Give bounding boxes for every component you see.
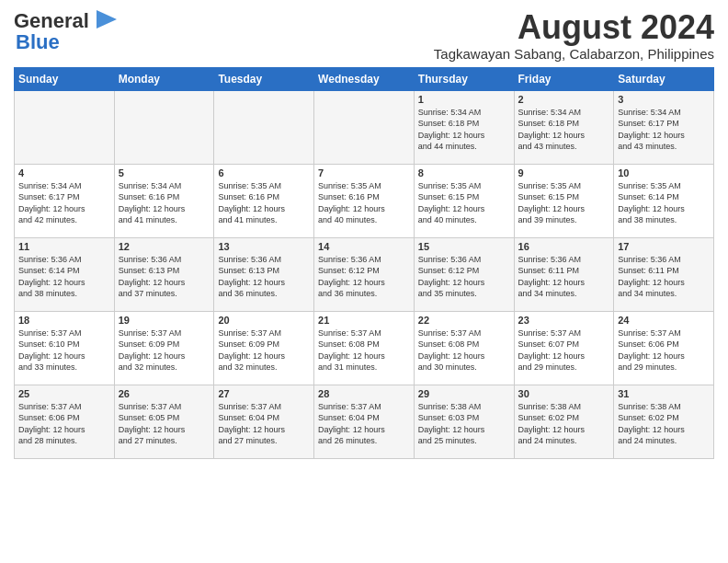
day-number: 3 bbox=[618, 94, 710, 105]
logo: General Blue bbox=[14, 9, 117, 54]
day-info: Sunrise: 5:37 AM Sunset: 6:09 PM Dayligh… bbox=[119, 327, 210, 373]
day-info: Sunrise: 5:35 AM Sunset: 6:15 PM Dayligh… bbox=[418, 180, 510, 226]
calendar-cell: 22Sunrise: 5:37 AM Sunset: 6:08 PM Dayli… bbox=[414, 311, 514, 385]
day-number: 24 bbox=[618, 315, 710, 326]
calendar-cell: 28Sunrise: 5:37 AM Sunset: 6:04 PM Dayli… bbox=[314, 385, 415, 458]
day-info: Sunrise: 5:37 AM Sunset: 6:06 PM Dayligh… bbox=[618, 327, 710, 373]
svg-marker-0 bbox=[97, 10, 117, 29]
day-info: Sunrise: 5:36 AM Sunset: 6:12 PM Dayligh… bbox=[418, 254, 510, 300]
calendar-cell bbox=[114, 90, 214, 164]
day-number: 31 bbox=[618, 388, 710, 399]
weekday-header-thursday: Thursday bbox=[414, 67, 514, 90]
week-row-1: 1Sunrise: 5:34 AM Sunset: 6:18 PM Daylig… bbox=[15, 90, 714, 164]
weekday-header-sunday: Sunday bbox=[15, 67, 115, 90]
logo-blue: Blue bbox=[14, 30, 60, 54]
calendar-cell: 18Sunrise: 5:37 AM Sunset: 6:10 PM Dayli… bbox=[15, 311, 115, 385]
day-number: 7 bbox=[318, 167, 410, 178]
day-number: 26 bbox=[119, 388, 210, 399]
day-info: Sunrise: 5:34 AM Sunset: 6:16 PM Dayligh… bbox=[119, 180, 210, 226]
calendar-cell: 20Sunrise: 5:37 AM Sunset: 6:09 PM Dayli… bbox=[214, 311, 314, 385]
day-info: Sunrise: 5:37 AM Sunset: 6:08 PM Dayligh… bbox=[318, 327, 410, 373]
day-info: Sunrise: 5:35 AM Sunset: 6:16 PM Dayligh… bbox=[318, 180, 410, 226]
day-info: Sunrise: 5:38 AM Sunset: 6:02 PM Dayligh… bbox=[618, 401, 710, 447]
calendar-cell: 25Sunrise: 5:37 AM Sunset: 6:06 PM Dayli… bbox=[15, 385, 115, 458]
day-number: 30 bbox=[518, 388, 610, 399]
calendar-cell: 7Sunrise: 5:35 AM Sunset: 6:16 PM Daylig… bbox=[314, 164, 415, 237]
calendar-cell: 5Sunrise: 5:34 AM Sunset: 6:16 PM Daylig… bbox=[114, 164, 214, 237]
day-info: Sunrise: 5:37 AM Sunset: 6:09 PM Dayligh… bbox=[218, 327, 310, 373]
day-number: 22 bbox=[418, 315, 510, 326]
day-info: Sunrise: 5:36 AM Sunset: 6:14 PM Dayligh… bbox=[18, 254, 110, 300]
title-block: August 2024 Tagkawayan Sabang, Calabarzo… bbox=[434, 9, 714, 62]
weekday-header-monday: Monday bbox=[114, 67, 214, 90]
weekday-header-row: SundayMondayTuesdayWednesdayThursdayFrid… bbox=[15, 67, 714, 90]
day-info: Sunrise: 5:35 AM Sunset: 6:16 PM Dayligh… bbox=[218, 180, 310, 226]
day-number: 28 bbox=[318, 388, 410, 399]
day-info: Sunrise: 5:38 AM Sunset: 6:02 PM Dayligh… bbox=[518, 401, 610, 447]
calendar-cell: 16Sunrise: 5:36 AM Sunset: 6:11 PM Dayli… bbox=[514, 237, 614, 311]
calendar-cell: 17Sunrise: 5:36 AM Sunset: 6:11 PM Dayli… bbox=[614, 237, 714, 311]
day-info: Sunrise: 5:36 AM Sunset: 6:13 PM Dayligh… bbox=[218, 254, 310, 300]
weekday-header-tuesday: Tuesday bbox=[214, 67, 314, 90]
calendar-cell: 4Sunrise: 5:34 AM Sunset: 6:17 PM Daylig… bbox=[15, 164, 115, 237]
day-number: 1 bbox=[418, 94, 510, 105]
calendar-cell: 6Sunrise: 5:35 AM Sunset: 6:16 PM Daylig… bbox=[214, 164, 314, 237]
day-info: Sunrise: 5:37 AM Sunset: 6:06 PM Dayligh… bbox=[18, 401, 110, 447]
day-info: Sunrise: 5:34 AM Sunset: 6:18 PM Dayligh… bbox=[418, 107, 510, 153]
calendar-cell bbox=[214, 90, 314, 164]
day-info: Sunrise: 5:36 AM Sunset: 6:11 PM Dayligh… bbox=[518, 254, 610, 300]
calendar-cell: 23Sunrise: 5:37 AM Sunset: 6:07 PM Dayli… bbox=[514, 311, 614, 385]
day-info: Sunrise: 5:37 AM Sunset: 6:04 PM Dayligh… bbox=[318, 401, 410, 447]
day-number: 15 bbox=[418, 241, 510, 252]
calendar-cell: 9Sunrise: 5:35 AM Sunset: 6:15 PM Daylig… bbox=[514, 164, 614, 237]
week-row-5: 25Sunrise: 5:37 AM Sunset: 6:06 PM Dayli… bbox=[15, 385, 714, 458]
day-number: 20 bbox=[218, 315, 310, 326]
day-number: 19 bbox=[119, 315, 210, 326]
calendar-cell bbox=[314, 90, 415, 164]
day-number: 14 bbox=[318, 241, 410, 252]
day-number: 25 bbox=[18, 388, 110, 399]
calendar-cell: 30Sunrise: 5:38 AM Sunset: 6:02 PM Dayli… bbox=[514, 385, 614, 458]
day-info: Sunrise: 5:34 AM Sunset: 6:18 PM Dayligh… bbox=[518, 107, 610, 153]
week-row-3: 11Sunrise: 5:36 AM Sunset: 6:14 PM Dayli… bbox=[15, 237, 714, 311]
calendar-cell: 14Sunrise: 5:36 AM Sunset: 6:12 PM Dayli… bbox=[314, 237, 415, 311]
day-info: Sunrise: 5:37 AM Sunset: 6:10 PM Dayligh… bbox=[18, 327, 110, 373]
calendar-cell: 12Sunrise: 5:36 AM Sunset: 6:13 PM Dayli… bbox=[114, 237, 214, 311]
day-info: Sunrise: 5:36 AM Sunset: 6:13 PM Dayligh… bbox=[119, 254, 210, 300]
day-info: Sunrise: 5:37 AM Sunset: 6:07 PM Dayligh… bbox=[518, 327, 610, 373]
day-number: 5 bbox=[119, 167, 210, 178]
page-header: General Blue August 2024 Tagkawayan Saba… bbox=[14, 9, 714, 62]
calendar-cell: 10Sunrise: 5:35 AM Sunset: 6:14 PM Dayli… bbox=[614, 164, 714, 237]
day-number: 11 bbox=[18, 241, 110, 252]
day-number: 10 bbox=[618, 167, 710, 178]
calendar-cell bbox=[15, 90, 115, 164]
day-info: Sunrise: 5:36 AM Sunset: 6:12 PM Dayligh… bbox=[318, 254, 410, 300]
weekday-header-wednesday: Wednesday bbox=[314, 67, 415, 90]
calendar-cell: 24Sunrise: 5:37 AM Sunset: 6:06 PM Dayli… bbox=[614, 311, 714, 385]
day-number: 2 bbox=[518, 94, 610, 105]
day-number: 4 bbox=[18, 167, 110, 178]
calendar-cell: 8Sunrise: 5:35 AM Sunset: 6:15 PM Daylig… bbox=[414, 164, 514, 237]
day-number: 8 bbox=[418, 167, 510, 178]
month-year: August 2024 bbox=[434, 9, 714, 46]
calendar-cell: 13Sunrise: 5:36 AM Sunset: 6:13 PM Dayli… bbox=[214, 237, 314, 311]
calendar-cell: 29Sunrise: 5:38 AM Sunset: 6:03 PM Dayli… bbox=[414, 385, 514, 458]
day-number: 27 bbox=[218, 388, 310, 399]
day-number: 17 bbox=[618, 241, 710, 252]
calendar-table: SundayMondayTuesdayWednesdayThursdayFrid… bbox=[14, 67, 714, 459]
day-number: 21 bbox=[318, 315, 410, 326]
location: Tagkawayan Sabang, Calabarzon, Philippin… bbox=[434, 46, 714, 62]
calendar-cell: 15Sunrise: 5:36 AM Sunset: 6:12 PM Dayli… bbox=[414, 237, 514, 311]
day-info: Sunrise: 5:37 AM Sunset: 6:05 PM Dayligh… bbox=[119, 401, 210, 447]
day-number: 12 bbox=[119, 241, 210, 252]
calendar-cell: 31Sunrise: 5:38 AM Sunset: 6:02 PM Dayli… bbox=[614, 385, 714, 458]
day-info: Sunrise: 5:35 AM Sunset: 6:14 PM Dayligh… bbox=[618, 180, 710, 226]
day-info: Sunrise: 5:37 AM Sunset: 6:08 PM Dayligh… bbox=[418, 327, 510, 373]
day-number: 29 bbox=[418, 388, 510, 399]
calendar-cell: 27Sunrise: 5:37 AM Sunset: 6:04 PM Dayli… bbox=[214, 385, 314, 458]
calendar-cell: 21Sunrise: 5:37 AM Sunset: 6:08 PM Dayli… bbox=[314, 311, 415, 385]
day-info: Sunrise: 5:35 AM Sunset: 6:15 PM Dayligh… bbox=[518, 180, 610, 226]
weekday-header-friday: Friday bbox=[514, 67, 614, 90]
day-number: 18 bbox=[18, 315, 110, 326]
day-info: Sunrise: 5:38 AM Sunset: 6:03 PM Dayligh… bbox=[418, 401, 510, 447]
